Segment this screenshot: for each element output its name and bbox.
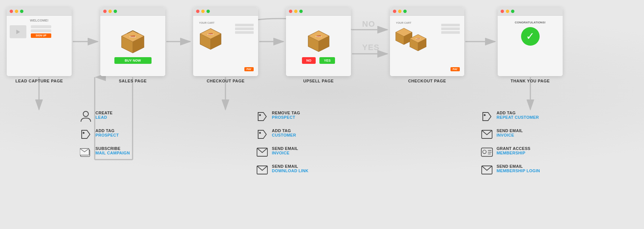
buy-now-button[interactable]: BUY NOW	[114, 57, 152, 64]
cart-field-2c	[441, 31, 460, 34]
checkout2-label: CHECKOUT PAGE	[390, 79, 464, 83]
send-email-membership-action: SEND EMAIL MEMBERSHIP LOGIN	[481, 164, 540, 176]
dot-red	[10, 10, 13, 13]
thankyou-actions-group: ADD TAG REPEAT CUSTOMER SEND EMAIL INVOI…	[481, 111, 540, 176]
signup-button[interactable]: SIGN UP	[31, 33, 51, 38]
congrats-text: CONGRATULATIONS!	[515, 21, 546, 24]
upsell-window: FRAGILE NO YES	[286, 7, 351, 76]
send-email-invoice-text: SEND EMAIL INVOICE	[272, 146, 298, 155]
svg-text:FRAGILE: FRAGILE	[316, 36, 322, 37]
create-lead-action: CREATE LEAD	[80, 111, 130, 122]
svg-point-45	[83, 132, 85, 134]
send-email-membership-text: SEND EMAIL MEMBERSHIP LOGIN	[497, 164, 540, 173]
cart-pay-2: PAY	[451, 65, 460, 72]
cart-label-2: YOUR CART	[396, 22, 412, 24]
cart-field-1c	[235, 31, 254, 34]
pay-button-2[interactable]: PAY	[451, 67, 460, 71]
field-1	[31, 25, 51, 28]
checkout1-window: YOUR CART FRAGILE	[193, 7, 258, 76]
membership-label: MEMBERSHIP	[497, 151, 530, 155]
email-icon-2	[256, 164, 268, 176]
dot-red-up	[289, 10, 292, 13]
no-path-label: NO	[362, 19, 375, 29]
dot-yellow-up	[294, 10, 297, 13]
cart-area-1: YOUR CART FRAGILE	[196, 19, 255, 73]
lead-label: LEAD	[95, 115, 113, 120]
upsell-label: UPSELL PAGE	[286, 79, 351, 83]
funnel-diagram: NO YES WELCOME! SIGN UP LEAD CAPTURE PAG…	[0, 0, 644, 229]
dot-green-sales	[114, 10, 117, 13]
sales-window: FRAGILE BUY NOW	[100, 7, 165, 76]
remove-tag-label: REMOVE TAG	[272, 111, 300, 115]
video-placeholder	[10, 25, 26, 38]
no-button[interactable]: NO	[302, 57, 316, 64]
browser-titlebar-ty	[498, 7, 563, 16]
svg-point-48	[259, 114, 261, 116]
svg-text:FRAGILE: FRAGILE	[416, 38, 420, 40]
check-circle: ✓	[521, 27, 540, 46]
customer-label: CUSTOMER	[272, 133, 296, 137]
dot-red-co1	[196, 10, 199, 13]
grant-access-label: GRANT ACCESS	[497, 146, 530, 151]
tag-icon-1	[80, 128, 92, 140]
lead-capture-window: WELCOME! SIGN UP	[7, 7, 72, 76]
yes-path-label: YES	[362, 43, 380, 52]
dot-yellow-sales	[108, 10, 112, 13]
add-tag-repeat-text: ADD TAG REPEAT CUSTOMER	[497, 111, 539, 120]
send-email-label-2: SEND EMAIL	[272, 164, 309, 169]
cart-fields-2	[441, 24, 460, 34]
add-tag-prospect-action: ADD TAG PROSPECT	[80, 128, 130, 140]
emails-icon	[80, 146, 92, 158]
cart-pay-1: PAY	[244, 65, 254, 72]
person-card-icon	[481, 146, 493, 158]
cart-field-2a	[441, 24, 460, 26]
checkout-actions-group: REMOVE TAG PROSPECT ADD TAG CUSTOMER	[256, 111, 309, 176]
checkout2-body: YOUR CART	[390, 16, 464, 76]
invoice-label-1: INVOICE	[272, 151, 298, 155]
lead-capture-body: WELCOME! SIGN UP	[7, 16, 72, 76]
cart-fields-1	[235, 24, 254, 34]
form-area: SIGN UP	[31, 25, 51, 38]
send-email-label-1: SEND EMAIL	[272, 146, 298, 151]
browser-titlebar-lead	[7, 7, 72, 16]
dot-red-sales	[103, 10, 107, 13]
tag-icon-remove	[256, 111, 268, 122]
create-label: CREATE	[95, 111, 113, 115]
dot-green-co2	[403, 10, 407, 13]
box-icon-co2b: FRAGILE	[408, 32, 428, 54]
prospect-label-2: PROSPECT	[272, 115, 300, 120]
checkout2-window: YOUR CART	[390, 7, 464, 76]
thankyou-body: CONGRATULATIONS! ✓	[498, 16, 563, 76]
add-tag-customer-text: ADD TAG CUSTOMER	[272, 128, 296, 137]
browser-titlebar-checkout2	[390, 7, 464, 16]
add-tag-prospect-text: ADD TAG PROSPECT	[95, 128, 119, 137]
send-email-download-text: SEND EMAIL DOWNLOAD LINK	[272, 164, 309, 173]
svg-point-52	[484, 114, 486, 116]
add-tag-label-2: ADD TAG	[272, 128, 296, 133]
cart-label-1: YOUR CART	[199, 22, 215, 24]
upsell-body: FRAGILE NO YES	[286, 16, 351, 76]
remove-tag-action: REMOVE TAG PROSPECT	[256, 111, 309, 122]
yes-button[interactable]: YES	[319, 57, 335, 64]
svg-text:FRAGILE: FRAGILE	[130, 36, 136, 38]
tag-icon-3	[481, 111, 493, 122]
box-icon-sales: FRAGILE	[119, 28, 147, 56]
cart-field-1a	[235, 24, 254, 26]
email-icon-4	[481, 164, 493, 176]
welcome-text: WELCOME!	[10, 19, 69, 22]
send-email-label-4: SEND EMAIL	[497, 164, 540, 169]
thankyou-window: CONGRATULATIONS! ✓	[498, 7, 563, 76]
add-tag-customer-action: ADD TAG CUSTOMER	[256, 128, 309, 140]
send-email-invoice-ty-action: SEND EMAIL INVOICE	[481, 128, 540, 140]
sales-body: FRAGILE BUY NOW	[100, 16, 165, 76]
cart-field-2b	[441, 27, 460, 30]
prospect-label-1: PROSPECT	[95, 133, 119, 137]
pay-button-1[interactable]: PAY	[244, 67, 254, 71]
dot-red-co2	[393, 10, 396, 13]
svg-point-49	[259, 132, 261, 134]
play-icon	[16, 30, 20, 34]
remove-tag-text: REMOVE TAG PROSPECT	[272, 111, 300, 120]
download-link-label: DOWNLOAD LINK	[272, 169, 309, 173]
dot-yellow-co2	[398, 10, 401, 13]
mail-campaign-label: MAIL CAMPAIGN	[95, 151, 130, 155]
